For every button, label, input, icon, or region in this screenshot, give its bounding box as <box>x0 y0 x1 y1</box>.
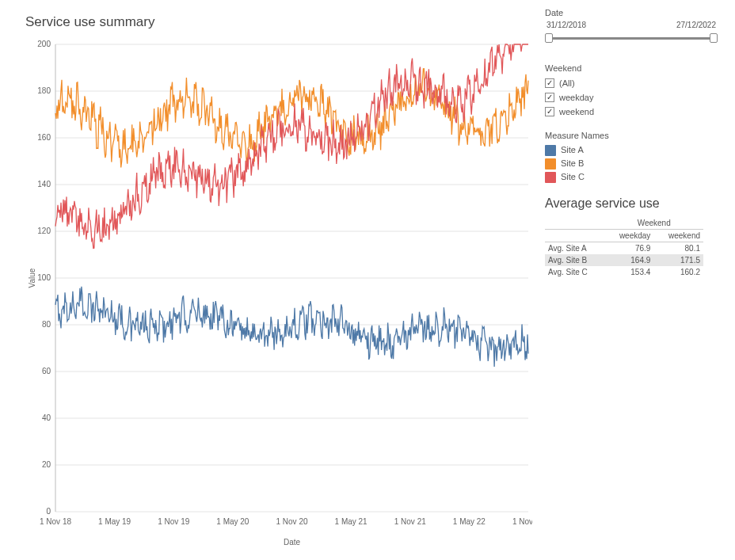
x-tick-label: 1 May 20 <box>216 517 249 526</box>
y-tick-label: 120 <box>37 227 51 235</box>
table-cell: 80.1 <box>653 242 703 255</box>
weekend-filter-panel: Weekend ✓(All)✓weekday✓weekend <box>545 63 718 119</box>
date-range-slider[interactable] <box>545 32 718 44</box>
legend-item-2[interactable]: Site C <box>545 170 718 184</box>
x-tick-label: 1 Nov 18 <box>40 517 71 526</box>
y-tick-label: 160 <box>37 133 51 142</box>
date-slider-handle-end[interactable] <box>710 33 718 43</box>
y-tick-label: 200 <box>37 40 51 48</box>
x-tick-label: 1 May 19 <box>98 517 131 526</box>
legend-item-0[interactable]: Site A <box>545 143 718 157</box>
table-cell: 164.9 <box>604 254 653 266</box>
table-group-header: Weekend <box>604 217 703 230</box>
weekend-option-2[interactable]: ✓weekend <box>545 105 718 119</box>
weekend-option-0[interactable]: ✓(All) <box>545 76 718 90</box>
y-tick-label: 140 <box>37 180 51 189</box>
table-corner <box>545 217 604 230</box>
x-tick-label: 1 Nov 22 <box>512 517 532 526</box>
line-chart-svg[interactable]: 0204060801001201401601802001 Nov 181 May… <box>25 36 532 551</box>
table-cell: 153.4 <box>604 266 653 278</box>
x-tick-label: 1 May 22 <box>453 517 486 526</box>
table-row[interactable]: Avg. Site C153.4160.2 <box>545 266 703 278</box>
table-cell: 160.2 <box>653 266 703 278</box>
y-tick-label: 20 <box>42 460 51 469</box>
y-axis-label: Value <box>28 268 36 288</box>
legend-swatch-icon <box>545 158 556 170</box>
legend-item-label: Site C <box>561 170 585 184</box>
avg-table-title: Average service use <box>545 196 718 211</box>
y-tick-label: 0 <box>46 507 51 516</box>
y-tick-label: 60 <box>42 367 51 375</box>
table-cell: 76.9 <box>604 242 653 255</box>
table-row[interactable]: Avg. Site A76.980.1 <box>545 242 703 255</box>
x-tick-label: 1 Nov 19 <box>158 517 189 526</box>
legend-item-1[interactable]: Site B <box>545 157 718 170</box>
x-axis-label: Date <box>284 538 301 547</box>
date-end: 27/12/2022 <box>676 21 716 29</box>
date-filter-panel: Date 31/12/2018 27/12/2022 <box>545 8 718 44</box>
service-use-chart: Service use summary 02040608010012014016… <box>25 14 532 520</box>
avg-service-use-table: WeekendweekdayweekendAvg. Site A76.980.1… <box>545 217 703 278</box>
series-line-2[interactable] <box>55 44 528 248</box>
y-tick-label: 40 <box>42 413 51 422</box>
weekend-option-label: (All) <box>559 76 575 90</box>
table-row-label: Avg. Site A <box>545 242 604 255</box>
legend-swatch-icon <box>545 145 556 156</box>
table-row-label: Avg. Site C <box>545 266 604 278</box>
y-tick-label: 80 <box>42 320 51 329</box>
x-tick-label: 1 May 21 <box>335 517 368 526</box>
series-line-1[interactable] <box>55 69 528 168</box>
date-start: 31/12/2018 <box>546 21 586 29</box>
series-line-0[interactable] <box>55 287 528 367</box>
legend-swatch-icon <box>545 172 556 183</box>
legend-heading: Measure Names <box>545 131 718 140</box>
weekend-filter-heading: Weekend <box>545 63 718 73</box>
table-row-label-header <box>545 230 604 242</box>
y-tick-label: 100 <box>37 273 51 282</box>
table-row[interactable]: Avg. Site B164.9171.5 <box>545 254 703 266</box>
table-col-header-0: weekday <box>604 230 653 242</box>
weekend-option-1[interactable]: ✓weekday <box>545 90 718 105</box>
chart-title: Service use summary <box>25 14 532 30</box>
checkbox-icon[interactable]: ✓ <box>545 93 554 102</box>
checkbox-icon[interactable]: ✓ <box>545 107 554 116</box>
date-slider-handle-start[interactable] <box>545 33 553 43</box>
table-col-header-1: weekend <box>653 230 703 242</box>
table-row-label: Avg. Site B <box>545 254 604 266</box>
table-cell: 171.5 <box>653 254 703 266</box>
weekend-option-label: weekday <box>559 90 593 105</box>
y-tick-label: 180 <box>37 86 51 95</box>
x-tick-label: 1 Nov 21 <box>394 517 426 526</box>
x-tick-label: 1 Nov 20 <box>276 517 307 526</box>
date-filter-heading: Date <box>545 8 718 17</box>
average-service-use-panel: Average service use Weekendweekdayweeken… <box>545 196 718 278</box>
legend-item-label: Site B <box>561 157 584 170</box>
checkbox-icon[interactable]: ✓ <box>545 78 554 88</box>
measure-names-legend: Measure Names Site ASite BSite C <box>545 131 718 184</box>
legend-item-label: Site A <box>561 143 584 157</box>
weekend-option-label: weekend <box>559 105 594 119</box>
